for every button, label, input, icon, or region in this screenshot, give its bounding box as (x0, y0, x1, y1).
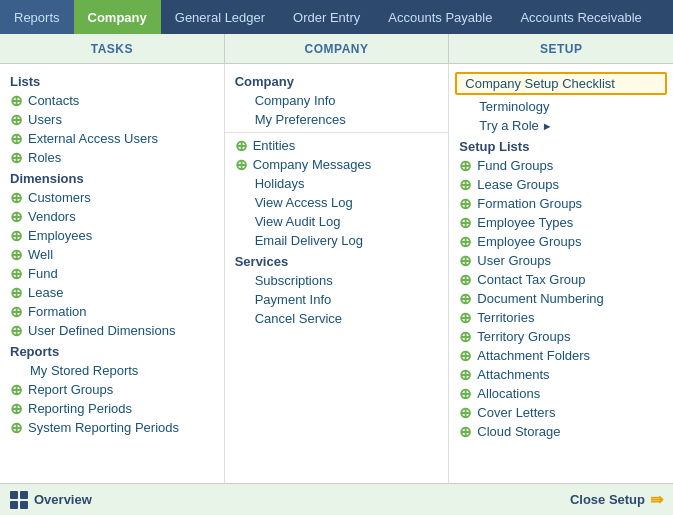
plus-icon: ⊕ (10, 150, 23, 165)
plus-icon: ⊕ (459, 367, 472, 382)
formation-groups-item[interactable]: ⊕Formation Groups (449, 194, 673, 213)
cancel-service-item[interactable]: Cancel Service (225, 309, 449, 328)
try-a-role-item[interactable]: Try a Role► (449, 116, 673, 135)
company-messages-item[interactable]: ⊕Company Messages (225, 155, 449, 174)
view-access-log-item[interactable]: View Access Log (225, 193, 449, 212)
contacts-item[interactable]: ⊕Contacts (0, 91, 224, 110)
users-item[interactable]: ⊕Users (0, 110, 224, 129)
plus-icon: ⊕ (459, 348, 472, 363)
company-info-item[interactable]: Company Info (225, 91, 449, 110)
cloud-storage-item[interactable]: ⊕Cloud Storage (449, 422, 673, 441)
plus-icon: ⊕ (10, 112, 23, 127)
overview-label: Overview (34, 492, 92, 507)
column-headers: Tasks Company Setup (0, 34, 673, 64)
close-setup-button[interactable]: Close Setup ⇛ (570, 490, 663, 509)
plus-icon: ⊕ (459, 405, 472, 420)
plus-icon: ⊕ (459, 158, 472, 173)
content-area: Lists ⊕Contacts ⊕Users ⊕External Access … (0, 64, 673, 483)
cover-letters-item[interactable]: ⊕Cover Letters (449, 403, 673, 422)
plus-icon: ⊕ (10, 401, 23, 416)
company-section-label: Company (225, 70, 449, 91)
fund-item[interactable]: ⊕Fund (0, 264, 224, 283)
plus-icon: ⊕ (459, 386, 472, 401)
plus-icon: ⊕ (235, 157, 248, 172)
setup-column: Company Setup Checklist Terminology Try … (449, 64, 673, 483)
plus-icon: ⊕ (459, 329, 472, 344)
nav-general-ledger[interactable]: General Ledger (161, 0, 279, 34)
nav-order-entry[interactable]: Order Entry (279, 0, 374, 34)
plus-icon: ⊕ (459, 310, 472, 325)
my-preferences-item[interactable]: My Preferences (225, 110, 449, 129)
employee-groups-item[interactable]: ⊕Employee Groups (449, 232, 673, 251)
plus-icon: ⊕ (459, 177, 472, 192)
col-header-setup: Setup (449, 34, 673, 63)
company-setup-checklist-item[interactable]: Company Setup Checklist (455, 72, 667, 95)
roles-item[interactable]: ⊕Roles (0, 148, 224, 167)
nav-reports[interactable]: Reports (0, 0, 74, 34)
dimensions-section-label: Dimensions (0, 167, 224, 188)
lists-section-label: Lists (0, 70, 224, 91)
overview-section[interactable]: Overview (10, 491, 92, 509)
attachment-folders-item[interactable]: ⊕Attachment Folders (449, 346, 673, 365)
nav-accounts-receivable[interactable]: Accounts Receivable (506, 0, 655, 34)
plus-icon: ⊕ (235, 138, 248, 153)
company-column: Company Company Info My Preferences ⊕Ent… (225, 64, 450, 483)
setup-lists-section-label: Setup Lists (449, 135, 673, 156)
divider (225, 132, 449, 133)
reporting-periods-item[interactable]: ⊕Reporting Periods (0, 399, 224, 418)
lease-groups-item[interactable]: ⊕Lease Groups (449, 175, 673, 194)
holidays-item[interactable]: Holidays (225, 174, 449, 193)
my-stored-reports-item[interactable]: My Stored Reports (0, 361, 224, 380)
employees-item[interactable]: ⊕Employees (0, 226, 224, 245)
attachments-item[interactable]: ⊕Attachments (449, 365, 673, 384)
plus-icon: ⊕ (10, 190, 23, 205)
plus-icon: ⊕ (459, 215, 472, 230)
employee-types-item[interactable]: ⊕Employee Types (449, 213, 673, 232)
plus-icon: ⊕ (10, 304, 23, 319)
plus-icon: ⊕ (10, 323, 23, 338)
nav-company[interactable]: Company (74, 0, 161, 34)
plus-icon: ⊕ (10, 247, 23, 262)
tasks-column: Lists ⊕Contacts ⊕Users ⊕External Access … (0, 64, 225, 483)
plus-icon: ⊕ (10, 266, 23, 281)
plus-icon: ⊕ (459, 424, 472, 439)
email-delivery-log-item[interactable]: Email Delivery Log (225, 231, 449, 250)
arrow-right-icon: ► (542, 120, 553, 132)
terminology-item[interactable]: Terminology (449, 97, 673, 116)
user-defined-dimensions-item[interactable]: ⊕User Defined Dimensions (0, 321, 224, 340)
formation-item[interactable]: ⊕Formation (0, 302, 224, 321)
services-section-label: Services (225, 250, 449, 271)
plus-icon: ⊕ (10, 285, 23, 300)
fund-groups-item[interactable]: ⊕Fund Groups (449, 156, 673, 175)
bottom-bar: Overview Close Setup ⇛ (0, 483, 673, 515)
plus-icon: ⊕ (459, 234, 472, 249)
plus-icon: ⊕ (10, 209, 23, 224)
plus-icon: ⊕ (459, 291, 472, 306)
plus-icon: ⊕ (10, 420, 23, 435)
grid-icon (10, 491, 28, 509)
view-audit-log-item[interactable]: View Audit Log (225, 212, 449, 231)
user-groups-item[interactable]: ⊕User Groups (449, 251, 673, 270)
payment-info-item[interactable]: Payment Info (225, 290, 449, 309)
allocations-item[interactable]: ⊕Allocations (449, 384, 673, 403)
plus-icon: ⊕ (10, 228, 23, 243)
territory-groups-item[interactable]: ⊕Territory Groups (449, 327, 673, 346)
nav-accounts-payable[interactable]: Accounts Payable (374, 0, 506, 34)
well-item[interactable]: ⊕Well (0, 245, 224, 264)
report-groups-item[interactable]: ⊕Report Groups (0, 380, 224, 399)
external-access-users-item[interactable]: ⊕External Access Users (0, 129, 224, 148)
col-header-company: Company (225, 34, 450, 63)
arrow-right-icon: ⇛ (650, 490, 663, 509)
col-header-tasks: Tasks (0, 34, 225, 63)
vendors-item[interactable]: ⊕Vendors (0, 207, 224, 226)
system-reporting-periods-item[interactable]: ⊕System Reporting Periods (0, 418, 224, 437)
top-navigation: Reports Company General Ledger Order Ent… (0, 0, 673, 34)
subscriptions-item[interactable]: Subscriptions (225, 271, 449, 290)
customers-item[interactable]: ⊕Customers (0, 188, 224, 207)
document-numbering-item[interactable]: ⊕Document Numbering (449, 289, 673, 308)
contact-tax-group-item[interactable]: ⊕Contact Tax Group (449, 270, 673, 289)
plus-icon: ⊕ (10, 382, 23, 397)
territories-item[interactable]: ⊕Territories (449, 308, 673, 327)
entities-item[interactable]: ⊕Entities (225, 136, 449, 155)
lease-item[interactable]: ⊕Lease (0, 283, 224, 302)
